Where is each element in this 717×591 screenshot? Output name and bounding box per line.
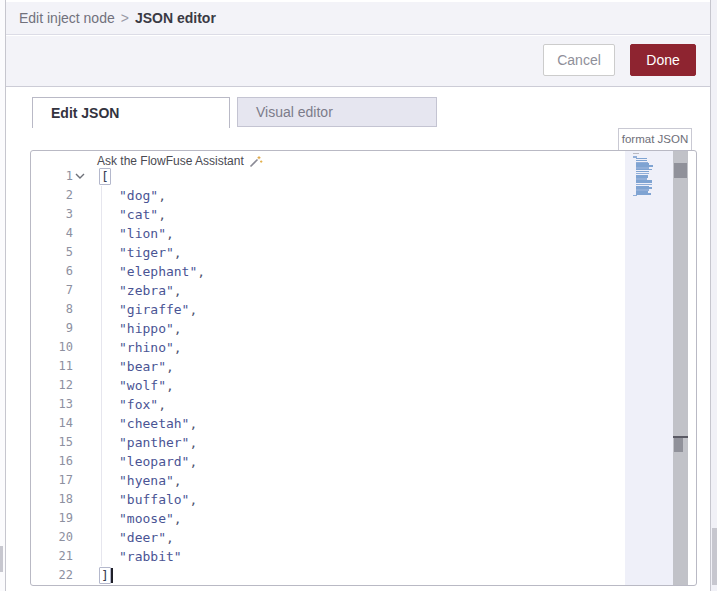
editor-scrollbar[interactable]	[673, 151, 688, 585]
fold-toggle[interactable]	[73, 167, 87, 186]
fold-cell	[73, 205, 87, 224]
line-number: 22	[31, 566, 73, 585]
format-json-button[interactable]: format JSON	[618, 128, 692, 151]
done-button[interactable]: Done	[630, 44, 696, 76]
json-string-token: "dog"	[119, 188, 158, 203]
code-line[interactable]: 7"zebra",	[31, 281, 625, 300]
code-text: "elephant",	[87, 262, 205, 281]
json-code-editor[interactable]: Ask the FlowFuse Assistant 1[2"dog",3"ca…	[30, 150, 697, 586]
code-text: "rhino",	[87, 338, 182, 357]
code-text: "buffalo",	[87, 490, 197, 509]
line-number: 12	[31, 376, 73, 395]
code-text: "zebra",	[87, 281, 182, 300]
editor-scrollbar-thumb[interactable]	[674, 163, 687, 178]
code-line[interactable]: 15"panther",	[31, 433, 625, 452]
code-text: "rabbit"	[87, 547, 182, 566]
fold-cell	[73, 547, 87, 566]
fold-cell	[73, 452, 87, 471]
code-lines: 1[2"dog",3"cat",4"lion",5"tiger",6"eleph…	[31, 167, 625, 585]
line-number: 20	[31, 528, 73, 547]
code-text: "bear",	[87, 357, 174, 376]
minimap-line-mark	[633, 195, 637, 197]
comma-token: ,	[166, 378, 174, 393]
chevron-down-icon	[75, 173, 85, 180]
code-line[interactable]: 16"leopard",	[31, 452, 625, 471]
code-line[interactable]: 3"cat",	[31, 205, 625, 224]
code-line[interactable]: 9"hippo",	[31, 319, 625, 338]
comma-token: ,	[166, 359, 174, 374]
fold-cell	[73, 490, 87, 509]
code-line[interactable]: 19"moose",	[31, 509, 625, 528]
line-number: 7	[31, 281, 73, 300]
json-string-token: "cheetah"	[119, 416, 189, 431]
code-line[interactable]: 2"dog",	[31, 186, 625, 205]
line-number: 11	[31, 357, 73, 376]
code-text: "fox",	[87, 395, 166, 414]
fold-cell	[73, 224, 87, 243]
line-number: 5	[31, 243, 73, 262]
code-line[interactable]: 13"fox",	[31, 395, 625, 414]
line-number: 9	[31, 319, 73, 338]
comma-token: ,	[189, 492, 197, 507]
page-title: JSON editor	[135, 10, 216, 26]
code-line[interactable]: 8"giraffe",	[31, 300, 625, 319]
comma-token: ,	[189, 435, 197, 450]
json-string-token: "panther"	[119, 435, 189, 450]
comma-token: ,	[174, 321, 182, 336]
code-line[interactable]: 12"wolf",	[31, 376, 625, 395]
tab-edit-json[interactable]: Edit JSON	[32, 97, 230, 128]
fold-cell	[73, 319, 87, 338]
code-text: "wolf",	[87, 376, 174, 395]
code-line[interactable]: 1[	[31, 167, 625, 186]
comma-token: ,	[189, 454, 197, 469]
line-number: 8	[31, 300, 73, 319]
fold-cell	[73, 414, 87, 433]
breadcrumb-link-parent[interactable]: Edit inject node	[19, 10, 115, 26]
line-number: 17	[31, 471, 73, 490]
right-scrollbar-thumb[interactable]	[712, 528, 717, 585]
assistant-hint[interactable]: Ask the FlowFuse Assistant	[97, 154, 263, 168]
json-string-token: "leopard"	[119, 454, 189, 469]
line-number: 6	[31, 262, 73, 281]
comma-token: ,	[174, 245, 182, 260]
comma-token: ,	[174, 340, 182, 355]
json-string-token: "zebra"	[119, 283, 174, 298]
code-text: "hippo",	[87, 319, 182, 338]
line-number: 18	[31, 490, 73, 509]
json-string-token: "cat"	[119, 207, 158, 222]
code-line[interactable]: 11"bear",	[31, 357, 625, 376]
code-line[interactable]: 17"hyena",	[31, 471, 625, 490]
line-number: 19	[31, 509, 73, 528]
fold-cell	[73, 376, 87, 395]
fold-cell	[73, 281, 87, 300]
code-text: "cheetah",	[87, 414, 197, 433]
code-line[interactable]: 20"deer",	[31, 528, 625, 547]
cancel-button[interactable]: Cancel	[543, 44, 615, 76]
json-string-token: "bear"	[119, 359, 166, 374]
code-line[interactable]: 21"rabbit"	[31, 547, 625, 566]
code-line[interactable]: 18"buffalo",	[31, 490, 625, 509]
code-line[interactable]: 6"elephant",	[31, 262, 625, 281]
left-scrollbar-thumb[interactable]	[0, 546, 3, 572]
code-line[interactable]: 5"tiger",	[31, 243, 625, 262]
scrollbar-marker-handle[interactable]	[674, 438, 683, 452]
fold-cell	[73, 357, 87, 376]
code-line[interactable]: 10"rhino",	[31, 338, 625, 357]
fold-cell	[73, 566, 87, 585]
code-line[interactable]: 22]	[31, 566, 625, 585]
page-right-gutter	[710, 0, 717, 591]
text-cursor	[111, 568, 113, 583]
json-string-token: "rabbit"	[119, 549, 182, 564]
minimap[interactable]	[625, 151, 673, 585]
minimap-line-mark	[636, 193, 651, 195]
json-string-token: "moose"	[119, 511, 174, 526]
json-string-token: "tiger"	[119, 245, 174, 260]
tab-visual-editor[interactable]: Visual editor	[237, 97, 437, 127]
line-number: 2	[31, 186, 73, 205]
code-line[interactable]: 4"lion",	[31, 224, 625, 243]
code-text: "cat",	[87, 205, 166, 224]
fold-cell	[73, 338, 87, 357]
line-number: 3	[31, 205, 73, 224]
json-editor-dialog: Edit inject node > JSON editor Cancel Do…	[0, 0, 717, 591]
code-line[interactable]: 14"cheetah",	[31, 414, 625, 433]
